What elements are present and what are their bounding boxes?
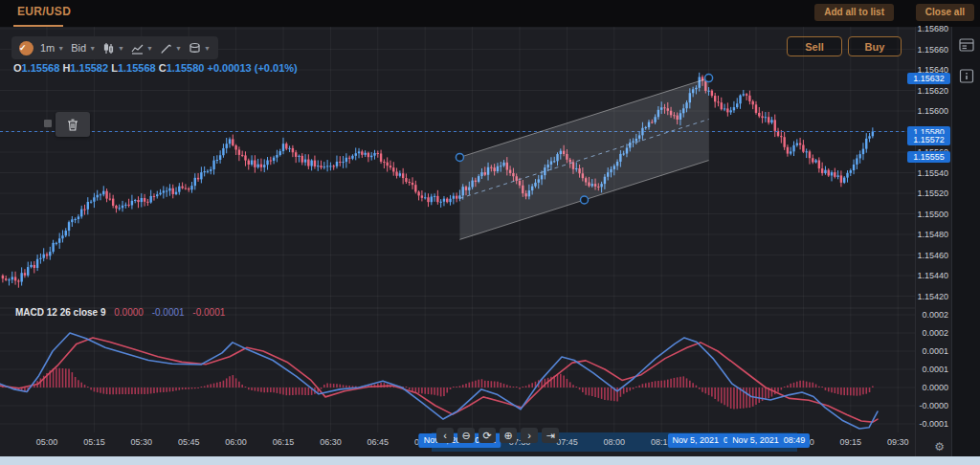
candle-body <box>166 190 167 191</box>
candle-body <box>812 158 813 162</box>
right-sidebar <box>951 27 980 456</box>
pan-left-button[interactable]: ‹ <box>436 428 454 443</box>
sell-button[interactable]: Sell <box>787 36 842 56</box>
candle-body <box>68 222 70 231</box>
candle-body <box>58 238 60 243</box>
candle-body <box>24 273 26 276</box>
channel-anchor-handle[interactable] <box>456 153 463 161</box>
candle-body <box>726 108 728 112</box>
time-tick-label: 06:00 <box>225 437 247 447</box>
candle-body <box>30 265 32 267</box>
candle-body <box>229 139 231 144</box>
add-all-to-list-button[interactable]: Add all to list <box>814 4 894 21</box>
chevron-down-icon: ▼ <box>146 45 153 52</box>
drawing-toolbar-drag-handle[interactable] <box>44 120 52 127</box>
candle-body <box>5 278 7 280</box>
chart-canvas[interactable] <box>0 27 915 432</box>
candle-body <box>355 153 357 156</box>
macd-tick-label: 0.0002 <box>922 328 948 338</box>
pan-right-button[interactable]: › <box>521 428 538 443</box>
watchlist-panel-icon[interactable] <box>959 38 974 52</box>
channel-anchor-handle[interactable] <box>581 196 589 204</box>
candle-body <box>417 191 419 195</box>
details-panel-icon[interactable] <box>959 69 974 83</box>
candle-body <box>20 273 22 281</box>
timeframe-dropdown[interactable]: 1m ▼ <box>40 42 64 54</box>
candle-body <box>796 144 798 145</box>
time-tick-label: 08:00 <box>604 437 626 447</box>
candle-body <box>748 96 750 101</box>
candle-body <box>711 91 713 96</box>
candle-body <box>172 188 174 194</box>
macd-signal-line <box>0 338 878 422</box>
candle-body <box>351 156 353 159</box>
candle-body <box>212 161 214 169</box>
candle-body <box>178 187 180 192</box>
channel-anchor-handle[interactable] <box>705 75 713 82</box>
candle-body <box>65 231 67 235</box>
candle-body <box>821 168 823 173</box>
zoom-out-button[interactable]: ⊖ <box>457 428 475 443</box>
candle-body <box>840 175 842 182</box>
macd-params: 12 26 close 9 <box>47 307 106 318</box>
time-tick-label: 05:15 <box>83 437 105 447</box>
pair-tab[interactable]: EUR/USD <box>17 5 71 18</box>
candle-body <box>56 243 57 244</box>
draw-tools-dropdown[interactable]: ▼ <box>160 42 182 55</box>
candle-body <box>295 152 297 157</box>
candle-body <box>724 108 725 109</box>
indicators-dropdown[interactable]: ▼ <box>189 42 211 55</box>
macd-indicator-label[interactable]: MACD 12 26 close 9 0.0000 -0.0001 -0.000… <box>15 307 225 318</box>
candle-body <box>210 169 212 171</box>
axis-settings-gear-icon[interactable]: ⚙ <box>934 440 945 454</box>
price-tick-label: 1.15620 <box>917 86 948 96</box>
go-to-end-button[interactable]: ⇥ <box>542 428 559 443</box>
buy-button[interactable]: Buy <box>848 36 902 56</box>
candle-body <box>868 136 870 139</box>
chevron-down-icon: ▼ <box>57 45 64 52</box>
candle-body <box>765 117 767 118</box>
time-tick-label: 06:15 <box>273 437 295 447</box>
candle-body <box>222 148 224 155</box>
candle-body <box>326 166 328 166</box>
chart-style-dropdown[interactable]: ▼ <box>102 42 124 55</box>
macd-name: MACD <box>15 307 44 318</box>
candle-body <box>185 188 187 189</box>
price-axis[interactable]: ⚙ 1.156801.156601.156401.156201.156001.1… <box>915 27 952 456</box>
open-label: O <box>13 62 22 74</box>
candle-body <box>273 158 275 161</box>
trash-icon[interactable] <box>67 119 78 131</box>
candle-body <box>282 144 284 151</box>
candle-body <box>332 166 334 166</box>
candle-body <box>802 144 804 151</box>
candle-body <box>279 151 281 155</box>
time-tick-label: 06:30 <box>320 437 342 447</box>
candle-body <box>405 178 407 182</box>
candle-body <box>392 167 394 171</box>
candle-body <box>453 196 455 199</box>
candle-body <box>436 196 438 202</box>
candle-body <box>348 158 350 159</box>
candle-body <box>774 120 776 131</box>
candle-body <box>43 255 45 258</box>
candle-body <box>27 267 29 276</box>
candle-body <box>714 96 716 101</box>
chart-type-dropdown[interactable]: ▼ <box>131 42 153 55</box>
zoom-in-button[interactable]: ⊕ <box>500 428 517 443</box>
candle-body <box>134 200 136 201</box>
candle-body <box>831 172 833 175</box>
candle-body <box>310 161 312 166</box>
candle-body <box>751 101 753 104</box>
reset-view-button[interactable]: ⟳ <box>479 428 496 443</box>
candle-body <box>115 206 117 209</box>
price-type-dropdown[interactable]: Bid ▼ <box>71 42 96 54</box>
candle-body <box>39 258 41 259</box>
macd-tick-label: 0.0002 <box>922 310 948 320</box>
candle-body <box>124 205 126 206</box>
candle-body <box>292 148 294 152</box>
candle-body <box>46 255 48 256</box>
area-chart-icon <box>131 42 144 55</box>
close-all-button[interactable]: Close all <box>916 4 974 21</box>
candle-body <box>36 259 38 268</box>
broker-check-icon[interactable]: ✓ <box>19 41 33 55</box>
